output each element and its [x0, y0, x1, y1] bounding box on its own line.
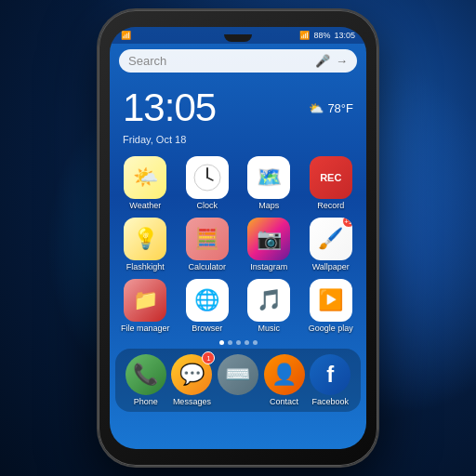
- search-placeholder: Search: [128, 54, 310, 68]
- app-weather[interactable]: 🌤️ Weather: [117, 156, 174, 210]
- facebook-label: Facebook: [311, 397, 349, 406]
- dot-2[interactable]: [228, 340, 232, 345]
- record-app-icon: REC: [310, 156, 352, 199]
- current-time: 13:05: [123, 86, 216, 130]
- app-clock[interactable]: Clock: [179, 156, 236, 210]
- dot-1[interactable]: [219, 340, 224, 345]
- maps-app-icon: 🗺️: [247, 156, 290, 199]
- dock-phone[interactable]: 📞 Phone: [126, 354, 166, 406]
- status-icons: 📶 88% 13:05: [299, 31, 355, 40]
- dock-contacts[interactable]: 👤 Contact: [264, 354, 305, 406]
- app-dock: 📞 Phone 💬 1 Messages ⌨️: [115, 349, 361, 412]
- maps-label: Maps: [258, 201, 279, 210]
- app-wallpaper[interactable]: 🖌️ +1 Wallpaper: [303, 218, 360, 271]
- record-label: Record: [317, 201, 344, 210]
- status-carrier: 📶: [121, 31, 131, 40]
- phone-shell: 📶 📶 88% 13:05 Search 🎤 → 13:05 ⛅: [99, 10, 377, 466]
- contacts-label: Contact: [270, 397, 298, 406]
- clock-app-icon: [186, 156, 229, 199]
- arrow-right-icon: →: [336, 54, 348, 68]
- battery-text: 88%: [313, 31, 330, 40]
- dot-3[interactable]: [236, 340, 241, 345]
- date-display: Friday, Oct 18: [110, 134, 366, 152]
- messages-label: Messages: [173, 397, 211, 406]
- app-browser[interactable]: 🌐 Browser: [179, 279, 236, 333]
- wifi-icon: 📶: [299, 31, 310, 40]
- calculator-label: Calculator: [188, 262, 226, 271]
- messages-badge: 1: [202, 351, 215, 364]
- dot-5[interactable]: [253, 340, 258, 345]
- phone-notch: [224, 34, 252, 42]
- wallpaper-app-icon: 🖌️ +1: [310, 218, 352, 260]
- app-record[interactable]: REC Record: [303, 156, 360, 210]
- weather-temp: ⛅ 78°F: [309, 101, 353, 115]
- app-maps[interactable]: 🗺️ Maps: [241, 156, 298, 210]
- dock-messages[interactable]: 💬 1 Messages: [171, 354, 212, 406]
- weather-widget: ⛅ 78°F: [309, 101, 353, 115]
- flashlight-label: Flashkight: [126, 262, 165, 271]
- calculator-app-icon: 🧮: [186, 218, 229, 260]
- app-calculator[interactable]: 🧮 Calculator: [179, 218, 236, 271]
- apps-row-3: 📁 File manager 🌐 Browser 🎵 Music ▶️ Goog…: [110, 275, 366, 337]
- phone-device: 📶 📶 88% 13:05 Search 🎤 → 13:05 ⛅: [99, 10, 377, 466]
- googleplay-label: Google play: [309, 324, 353, 333]
- search-bar[interactable]: Search 🎤 →: [119, 49, 357, 73]
- dot-4[interactable]: [245, 340, 249, 345]
- phone-label: Phone: [134, 397, 158, 406]
- microphone-icon[interactable]: 🎤: [315, 54, 330, 68]
- dialpad-icon: ⌨️: [218, 354, 258, 395]
- filemanager-app-icon: 📁: [124, 279, 166, 322]
- messages-icon: 💬 1: [171, 354, 212, 395]
- browser-app-icon: 🌐: [186, 279, 229, 322]
- filemanager-label: File manager: [121, 324, 170, 333]
- app-music[interactable]: 🎵 Music: [241, 279, 298, 333]
- phone-icon: 📞: [126, 354, 166, 395]
- contacts-icon: 👤: [264, 354, 305, 395]
- time-widget: 13:05 ⛅ 78°F: [110, 78, 366, 134]
- weather-app-icon: 🌤️: [124, 156, 166, 199]
- clock-label: Clock: [196, 201, 218, 210]
- googleplay-app-icon: ▶️: [310, 279, 352, 322]
- dock-facebook[interactable]: f Facebook: [310, 354, 350, 406]
- app-filemanager[interactable]: 📁 File manager: [117, 279, 174, 333]
- weather-icon: ⛅: [309, 101, 324, 115]
- facebook-icon: f: [310, 354, 350, 395]
- app-instagram[interactable]: 📷 Instagram: [241, 218, 298, 271]
- page-dots: [110, 337, 366, 349]
- flashlight-app-icon: 💡: [124, 218, 166, 260]
- phone-screen: 📶 📶 88% 13:05 Search 🎤 → 13:05 ⛅: [110, 27, 366, 449]
- apps-row-1: 🌤️ Weather Clock 🗺️: [110, 152, 366, 214]
- dock-dialpad[interactable]: ⌨️: [218, 354, 258, 406]
- temperature: 78°F: [327, 101, 353, 115]
- app-flashlight[interactable]: 💡 Flashkight: [117, 218, 174, 271]
- wallpaper-badge: +1: [342, 218, 352, 228]
- instagram-label: Instagram: [250, 262, 287, 271]
- music-label: Music: [258, 324, 280, 333]
- status-time: 13:05: [334, 31, 355, 40]
- instagram-app-icon: 📷: [247, 218, 290, 260]
- browser-label: Browser: [192, 324, 222, 333]
- wallpaper-label: Wallpaper: [312, 262, 350, 271]
- app-googleplay[interactable]: ▶️ Google play: [303, 279, 360, 333]
- weather-label: Weather: [129, 201, 161, 210]
- apps-row-2: 💡 Flashkight 🧮 Calculator 📷 Instagram 🖌️: [110, 214, 366, 275]
- music-app-icon: 🎵: [247, 279, 290, 322]
